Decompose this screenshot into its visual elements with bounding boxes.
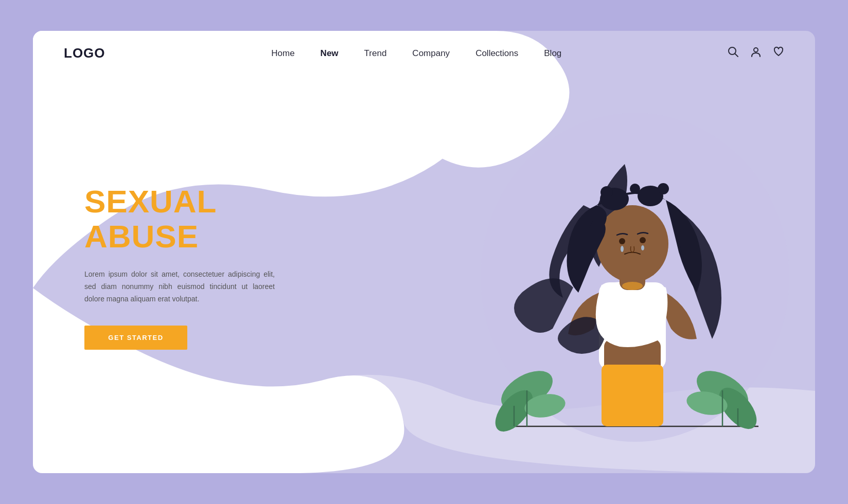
nav-trend[interactable]: Trend <box>364 48 387 59</box>
svg-point-27 <box>621 246 624 252</box>
cta-button[interactable]: GET STARTED <box>84 326 187 350</box>
svg-point-26 <box>640 237 646 243</box>
svg-point-25 <box>619 238 625 244</box>
svg-point-2 <box>754 48 758 52</box>
nav-company[interactable]: Company <box>412 48 450 59</box>
nav-home[interactable]: Home <box>271 48 294 59</box>
nav-links: Home New Trend Company Collections Blog <box>271 48 561 59</box>
hero-description: Lorem ipsum dolor sit amet, consectetuer… <box>84 268 275 305</box>
main-content: SEXUAL ABUSE Lorem ipsum dolor sit amet,… <box>33 61 815 462</box>
nav-icons <box>728 46 784 60</box>
svg-point-24 <box>630 184 640 194</box>
navbar: LOGO Home New Trend Company Collections … <box>33 31 815 61</box>
left-section: SEXUAL ABUSE Lorem ipsum dolor sit amet,… <box>33 61 465 462</box>
heart-icon[interactable] <box>773 46 784 60</box>
nav-new[interactable]: New <box>321 48 339 59</box>
svg-rect-17 <box>602 365 663 426</box>
hero-title: SEXUAL ABUSE <box>84 184 434 254</box>
nav-blog[interactable]: Blog <box>544 48 561 59</box>
svg-point-23 <box>658 183 669 194</box>
svg-point-22 <box>600 186 613 199</box>
right-section <box>465 61 815 462</box>
svg-point-29 <box>622 282 643 290</box>
logo: LOGO <box>64 45 105 61</box>
search-icon[interactable] <box>728 46 739 60</box>
svg-point-19 <box>596 205 668 282</box>
nav-collections[interactable]: Collections <box>475 48 518 59</box>
svg-line-1 <box>735 54 738 57</box>
content-wrapper: LOGO Home New Trend Company Collections … <box>33 31 815 473</box>
user-icon[interactable] <box>750 46 762 60</box>
svg-point-28 <box>641 245 644 250</box>
page-frame: LOGO Home New Trend Company Collections … <box>33 31 815 473</box>
